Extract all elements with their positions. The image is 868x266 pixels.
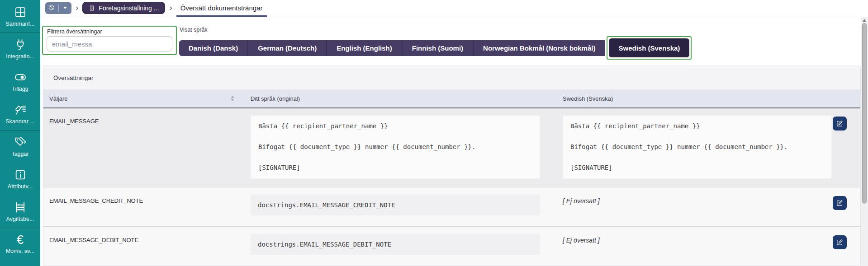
sidebar-item-integrationer[interactable]: Integratio... xyxy=(0,33,40,65)
filter-translations-group: Filtrera översättningar xyxy=(42,26,177,55)
column-header-swedish: Swedish (Svenska) xyxy=(563,95,860,102)
language-tabs: Danish (Dansk) German (Deutsch) English … xyxy=(179,36,692,60)
active-language-highlight: Swedish (Svenska) xyxy=(607,36,692,60)
sidebar-item-label: Attributv... xyxy=(8,183,33,190)
sidebar-item-label: Taggar xyxy=(11,151,28,157)
main-area: › Företagsinställning ... › Översätt dok… xyxy=(40,0,868,266)
breadcrumb-company-chip[interactable]: Företagsinställning ... xyxy=(82,2,165,14)
barcode-scanner-icon xyxy=(14,103,27,116)
column-header-original: Ditt språk (original) xyxy=(251,95,563,102)
scroll-up-icon[interactable] xyxy=(863,19,866,22)
language-tab-norwegian[interactable]: Norwegian Bokmål (Norsk bokmål) xyxy=(474,40,605,56)
app-window: Sammanf... Integratio... Tillägg Skannra… xyxy=(0,0,868,266)
grid-icon xyxy=(14,6,27,19)
euro-icon: € xyxy=(17,234,24,246)
building-icon xyxy=(89,5,95,11)
table-header-row: Väljare Ditt språk (original) Swedish (S… xyxy=(43,89,860,108)
controls-row: Filtrera översättningar Visat språk Dani… xyxy=(42,26,868,60)
breadcrumb-current-page: Översätt dokumentsträngar xyxy=(176,0,267,17)
vertical-scrollbar[interactable] xyxy=(861,17,868,266)
edit-translation-button[interactable] xyxy=(833,117,847,131)
translation-text-cell: Bästa {{ recipient_partner_name }} Bifog… xyxy=(563,115,832,179)
untranslated-label: [ Ej översatt ] xyxy=(563,237,832,244)
abacus-icon xyxy=(14,201,27,214)
language-tab-finnish[interactable]: Finnish (Suomi) xyxy=(403,40,474,56)
column-header-valjare: Väljare xyxy=(43,95,251,102)
sidebar-item-label: Sammanf... xyxy=(6,21,35,27)
original-text-cell: Bästa {{ recipient_partner_name }} Bifog… xyxy=(251,115,540,179)
selector-cell: EMAIL_MESSAGE_CREDIT_NOTE xyxy=(43,197,251,204)
history-icon[interactable] xyxy=(45,2,58,14)
edit-translation-button[interactable] xyxy=(833,235,847,249)
toggle-icon xyxy=(14,71,27,84)
table-row: EMAIL_MESSAGE_CREDIT_NOTE docstrings.EMA… xyxy=(43,187,860,227)
filter-input[interactable] xyxy=(47,36,172,51)
edit-pencil-icon xyxy=(836,120,844,127)
untranslated-label: [ Ej översatt ] xyxy=(563,197,832,205)
card-title: Översättningar xyxy=(43,66,860,89)
original-text-cell: docstrings.EMAIL_MESSAGE_CREDIT_NOTE xyxy=(251,195,540,215)
filter-label: Filtrera översättningar xyxy=(47,28,172,35)
chevron-right-icon: › xyxy=(71,3,82,12)
sidebar-item-moms-avgifter[interactable]: € Moms, av... xyxy=(0,228,40,260)
language-tab-danish[interactable]: Danish (Dansk) xyxy=(179,40,248,56)
sidebar-item-taggar[interactable]: Taggar xyxy=(0,130,40,163)
table-row: EMAIL_MESSAGE_DEBIT_NOTE docstrings.EMAI… xyxy=(43,227,860,266)
tags-icon xyxy=(14,136,27,149)
sidebar-item-label: Moms, av... xyxy=(6,248,35,254)
sidebar-item-skannrar[interactable]: Skannrar ... xyxy=(0,98,40,130)
history-dropdown-caret-icon[interactable] xyxy=(59,2,72,14)
table-row: EMAIL_MESSAGE Bästa {{ recipient_partner… xyxy=(43,108,860,187)
translations-card: Översättningar Väljare Ditt språk (origi… xyxy=(43,65,861,266)
plug-icon xyxy=(14,38,27,51)
info-icon xyxy=(14,168,27,181)
chevron-right-icon: › xyxy=(165,3,176,12)
breadcrumb-company-label: Företagsinställning ... xyxy=(99,5,159,12)
sort-icon[interactable] xyxy=(231,96,234,101)
language-tab-english[interactable]: English (English) xyxy=(327,40,403,56)
history-button[interactable] xyxy=(45,2,71,14)
displayed-language-label: Visat språk xyxy=(180,27,692,33)
displayed-language-group: Visat språk Danish (Dansk) German (Deuts… xyxy=(179,26,692,60)
language-tab-group: Danish (Dansk) German (Deutsch) English … xyxy=(179,40,605,56)
sidebar-item-sammanfattning[interactable]: Sammanf... xyxy=(0,0,40,33)
language-tab-swedish-active[interactable]: Swedish (Svenska) xyxy=(609,38,689,57)
selector-cell: EMAIL_MESSAGE_DEBIT_NOTE xyxy=(43,237,251,243)
sidebar-item-label: Skannrar ... xyxy=(5,118,35,125)
scrollbar-thumb[interactable] xyxy=(862,23,867,204)
edit-pencil-icon xyxy=(836,238,844,246)
sidebar-item-label: Avgiftsbe... xyxy=(6,216,34,222)
original-text-cell: docstrings.EMAIL_MESSAGE_DEBIT_NOTE xyxy=(251,234,540,255)
sidebar-item-attributvarden[interactable]: Attributv... xyxy=(0,163,40,195)
sidebar-item-tillagg[interactable]: Tillägg xyxy=(0,65,40,98)
sidebar-item-label: Integratio... xyxy=(6,53,34,60)
sidebar: Sammanf... Integratio... Tillägg Skannra… xyxy=(0,0,40,266)
breadcrumb: › Företagsinställning ... › Översätt dok… xyxy=(40,0,868,16)
edit-translation-button[interactable] xyxy=(833,196,847,210)
sidebar-item-avgiftsberakning[interactable]: Avgiftsbe... xyxy=(0,195,40,228)
sidebar-item-label: Tillägg xyxy=(12,86,28,92)
language-tab-german[interactable]: German (Deutsch) xyxy=(248,40,327,56)
edit-pencil-icon xyxy=(836,199,844,207)
selector-cell: EMAIL_MESSAGE xyxy=(43,118,251,125)
